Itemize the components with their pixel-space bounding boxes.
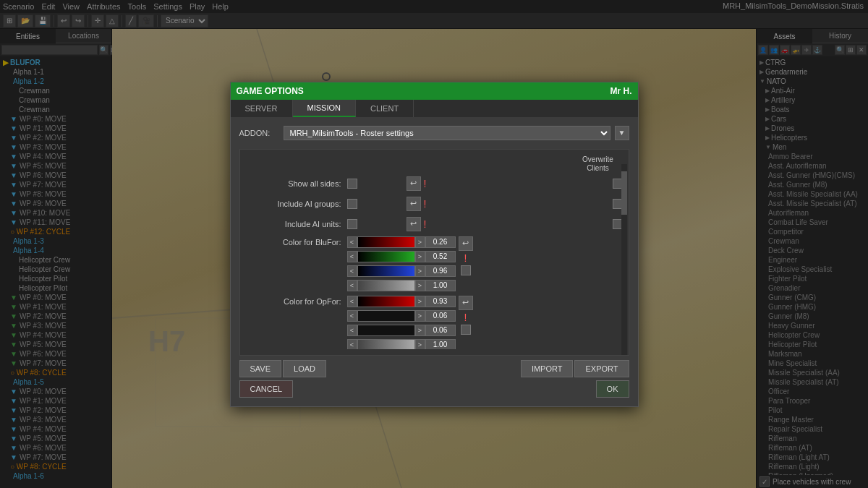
blufor-red-right[interactable]: > — [415, 236, 425, 248]
modal-footer-left: SAVE LOAD — [239, 360, 327, 377]
include-ai-groups-label: Include AI groups: — [246, 200, 347, 208]
scroll-thumb[interactable] — [621, 171, 627, 215]
opfor-alpha-value[interactable] — [425, 339, 456, 349]
scroll-track — [621, 164, 627, 355]
blufor-red-row: < > — [347, 236, 456, 248]
cancel-button[interactable]: CANCEL — [239, 380, 294, 398]
opfor-blue-value[interactable] — [425, 325, 456, 336]
opfor-alpha-right[interactable]: > — [415, 339, 425, 349]
opfor-green-bar — [357, 310, 415, 322]
blufor-green-right[interactable]: > — [415, 251, 425, 262]
opfor-red-right[interactable]: > — [415, 296, 425, 307]
overwrite-header-row: OverwriteClients — [246, 155, 623, 173]
opfor-color-extra: ↩ ! — [459, 296, 473, 335]
blufor-color-channels: < > < > — [347, 236, 456, 293]
modal-cancel-ok-row: CANCEL OK — [239, 380, 629, 398]
save-button[interactable]: SAVE — [239, 360, 282, 377]
opfor-color-label: Color for OpFor: — [246, 296, 347, 306]
include-ai-units-warn: ! — [424, 218, 427, 230]
addon-dropdown-btn[interactable]: ▼ — [615, 126, 629, 140]
addon-row: ADDON: MRH_MilsimTools - Roster settings… — [239, 126, 629, 140]
blufor-alpha-row: < > — [347, 280, 456, 291]
game-options-modal: GAME OPTIONS Mr H. SERVER MISSION CLIENT… — [230, 82, 639, 407]
opfor-alpha-row: < > — [347, 339, 456, 349]
blufor-color-label: Color for BluFor: — [246, 236, 347, 247]
include-ai-groups-controls: ↩ ! — [347, 197, 623, 211]
opfor-blue-right[interactable]: > — [415, 325, 425, 336]
addon-label: ADDON: — [239, 129, 279, 137]
export-button[interactable]: EXPORT — [574, 360, 629, 377]
modal-overlay: GAME OPTIONS Mr H. SERVER MISSION CLIENT… — [0, 0, 868, 488]
modal-body: ADDON: MRH_MilsimTools - Roster settings… — [231, 117, 638, 406]
modal-user: Mr H. — [610, 86, 632, 96]
modal-footer-center: IMPORT EXPORT — [521, 360, 629, 377]
blufor-red-bar — [357, 236, 415, 248]
modal-tabs: SERVER MISSION CLIENT — [231, 100, 638, 117]
blufor-alpha-bar — [357, 280, 415, 291]
include-ai-groups-icon[interactable]: ↩ — [407, 197, 421, 211]
opfor-blue-row: < > — [347, 325, 456, 336]
blufor-color-warn: ! — [464, 252, 467, 264]
opfor-alpha-left[interactable]: < — [347, 339, 357, 349]
load-button[interactable]: LOAD — [283, 360, 326, 377]
opfor-red-bar — [357, 296, 415, 307]
opfor-green-row: < > — [347, 310, 456, 322]
show-all-sides-warn: ! — [424, 178, 427, 189]
modal-title-bar: GAME OPTIONS Mr H. — [231, 82, 638, 100]
blufor-green-row: < > — [347, 251, 456, 262]
modal-tab-server[interactable]: SERVER — [231, 100, 293, 117]
include-ai-units-label: Include AI units: — [246, 220, 347, 228]
ok-button[interactable]: OK — [596, 380, 629, 398]
modal-tab-mission[interactable]: MISSION — [293, 100, 356, 117]
blufor-red-left[interactable]: < — [347, 236, 357, 248]
blufor-blue-left[interactable]: < — [347, 265, 357, 277]
settings-scroll: Show all sides: ↩ ! Include AI groups: — [246, 176, 623, 349]
blufor-color-reset[interactable]: ↩ — [459, 236, 473, 251]
modal-footer: SAVE LOAD IMPORT EXPORT — [239, 356, 629, 377]
opfor-color-reset[interactable]: ↩ — [459, 296, 473, 310]
show-all-sides-row: Show all sides: ↩ ! — [246, 176, 623, 192]
blufor-blue-value[interactable] — [425, 265, 456, 277]
blufor-green-left[interactable]: < — [347, 251, 357, 262]
opfor-alpha-bar — [357, 339, 415, 349]
include-ai-units-controls: ↩ ! — [347, 217, 623, 231]
blufor-red-value[interactable] — [425, 236, 456, 248]
blufor-color-overwrite[interactable] — [461, 265, 471, 275]
include-ai-units-checkbox[interactable] — [347, 219, 357, 229]
blufor-alpha-value[interactable] — [425, 280, 456, 291]
blufor-color-section: Color for BluFor: < > < — [246, 236, 623, 293]
blufor-blue-right[interactable]: > — [415, 265, 425, 277]
addon-select[interactable]: MRH_MilsimTools - Roster settings — [284, 126, 610, 140]
opfor-red-row: < > — [347, 296, 456, 307]
include-ai-groups-row: Include AI groups: ↩ ! — [246, 196, 623, 212]
blufor-color-extra: ↩ ! — [459, 236, 473, 275]
opfor-color-warn: ! — [464, 312, 467, 323]
opfor-blue-left[interactable]: < — [347, 325, 357, 336]
show-all-sides-label: Show all sides: — [246, 179, 347, 188]
blufor-green-value[interactable] — [425, 251, 456, 262]
blufor-green-bar — [357, 251, 415, 262]
opfor-color-channels: < > < > — [347, 296, 456, 349]
overwrite-clients-label: OverwriteClients — [576, 155, 620, 173]
modal-tab-client[interactable]: CLIENT — [356, 100, 414, 117]
opfor-green-right[interactable]: > — [415, 310, 425, 322]
import-button[interactable]: IMPORT — [521, 360, 574, 377]
opfor-green-left[interactable]: < — [347, 310, 357, 322]
include-ai-groups-checkbox[interactable] — [347, 199, 357, 209]
blufor-alpha-left[interactable]: < — [347, 280, 357, 291]
include-ai-units-icon[interactable]: ↩ — [407, 217, 421, 231]
opfor-blue-bar — [357, 325, 415, 336]
modal-title: GAME OPTIONS — [237, 86, 304, 96]
settings-area: OverwriteClients Show all sides: ↩ ! — [239, 149, 629, 356]
opfor-color-section: Color for OpFor: < > < — [246, 296, 623, 349]
show-all-sides-checkbox[interactable] — [347, 179, 357, 189]
opfor-color-overwrite[interactable] — [461, 325, 471, 335]
opfor-red-value[interactable] — [425, 296, 456, 307]
opfor-red-left[interactable]: < — [347, 296, 357, 307]
show-all-sides-icon1[interactable]: ↩ — [407, 176, 421, 191]
blufor-blue-bar — [357, 265, 415, 277]
opfor-green-value[interactable] — [425, 310, 456, 322]
blufor-blue-row: < > — [347, 265, 456, 277]
include-ai-units-row: Include AI units: ↩ ! — [246, 216, 623, 232]
blufor-alpha-right[interactable]: > — [415, 280, 425, 291]
